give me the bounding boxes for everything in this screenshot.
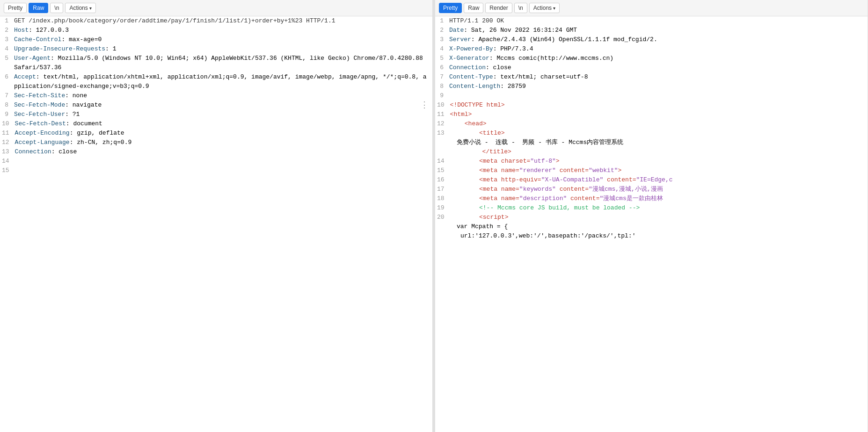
table-row: 11 Accept-Encoding: gzip, deflate xyxy=(0,129,432,138)
table-row: 13 <title> xyxy=(435,129,868,138)
right-pane: Pretty Raw Render \n Actions ▾ 1 HTTP/1.… xyxy=(435,0,868,432)
right-actions-chevron-icon: ▾ xyxy=(553,6,555,11)
table-row: 6 Accept: text/html, application/xhtml+x… xyxy=(0,72,432,91)
table-row: 14 xyxy=(0,157,432,166)
right-actions-label: Actions xyxy=(533,5,552,11)
right-pretty-button[interactable]: Pretty xyxy=(439,3,462,13)
right-actions-button[interactable]: Actions ▾ xyxy=(529,3,560,13)
table-row: 12 <head> xyxy=(435,119,868,129)
left-actions-button[interactable]: Actions ▾ xyxy=(65,3,95,13)
table-row: 5 User-Agent: Mozilla/5.0 (Windows NT 10… xyxy=(0,54,432,72)
table-row: 6 Connection: close xyxy=(435,63,868,72)
table-row: 7 Content-Type: text/html; charset=utf-8 xyxy=(435,72,868,82)
table-row: </title> xyxy=(435,147,868,157)
left-raw-button[interactable]: Raw xyxy=(29,3,48,13)
right-toolbar: Pretty Raw Render \n Actions ▾ xyxy=(435,0,868,16)
table-row: var Mcpath = { xyxy=(435,222,868,231)
table-row: 7 Sec-Fetch-Site: none xyxy=(0,91,432,101)
table-row: 14 <meta charset="utf-8"> xyxy=(435,157,868,166)
table-row: 1 GET /index.php/book/category/order/add… xyxy=(0,16,432,26)
left-actions-chevron-icon: ▾ xyxy=(89,6,92,11)
table-row: 15 <meta name="renderer" content="webkit… xyxy=(435,166,868,175)
right-raw-button[interactable]: Raw xyxy=(464,3,483,13)
right-code-area: 1 HTTP/1.1 200 OK 2 Date: Sat, 26 Nov 20… xyxy=(435,16,868,432)
left-pane: Pretty Raw \n Actions ▾ 1 GET /index.php… xyxy=(0,0,433,432)
left-code-area: 1 GET /index.php/book/category/order/add… xyxy=(0,16,432,432)
table-row: 2 Date: Sat, 26 Nov 2022 16:31:24 GMT xyxy=(435,26,868,35)
table-row: 9 xyxy=(435,91,868,101)
table-row: 4 X-Powered-By: PHP/7.3.4 xyxy=(435,44,868,54)
table-row: url:'127.0.0.3',web:'/',basepath:'/packs… xyxy=(435,231,868,241)
table-row: 2 Host: 127.0.0.3 xyxy=(0,26,432,35)
drag-handle-icon: ⋮ xyxy=(420,101,429,109)
left-pretty-button[interactable]: Pretty xyxy=(4,3,27,13)
table-row: 8 Content-Length: 28759 xyxy=(435,82,868,91)
table-row: 5 X-Generator: Mccms comic(http://www.mc… xyxy=(435,54,868,63)
table-row: 1 HTTP/1.1 200 OK xyxy=(435,16,868,26)
table-row: 15 xyxy=(0,166,432,175)
table-row: 13 Connection: close xyxy=(0,147,432,157)
table-row: 3 Server: Apache/2.4.43 (Win64) OpenSSL/… xyxy=(435,35,868,44)
table-row: 10 <!DOCTYPE html> xyxy=(435,101,868,110)
table-row: 10 Sec-Fetch-Dest: document xyxy=(0,119,432,129)
left-newline-button[interactable]: \n xyxy=(50,3,63,13)
left-toolbar: Pretty Raw \n Actions ▾ xyxy=(0,0,432,16)
table-row: 8 Sec-Fetch-Mode: navigate ⋮ xyxy=(0,101,432,110)
table-row: 3 Cache-Control: max-age=0 xyxy=(0,35,432,44)
table-row: 9 Sec-Fetch-User: ?1 xyxy=(0,110,432,119)
table-row: 19 <!-- Mccms core JS build, must be loa… xyxy=(435,203,868,213)
table-row: 18 <meta name="description" content="漫城c… xyxy=(435,194,868,203)
table-row: 17 <meta name="keywords" content="漫城cms,… xyxy=(435,185,868,194)
table-row: 20 <script> xyxy=(435,213,868,222)
table-row: 16 <meta http-equiv="X-UA-Compatible" co… xyxy=(435,175,868,185)
left-actions-label: Actions xyxy=(69,5,88,11)
table-row: 12 Accept-Language: zh-CN, zh;q=0.9 xyxy=(0,138,432,147)
table-row: 4 Upgrade-Insecure-Requests: 1 xyxy=(0,44,432,54)
table-row: 免费小说 - 连载 - 男频 - 书库 - Mccms内容管理系统 xyxy=(435,138,868,147)
right-newline-button[interactable]: \n xyxy=(514,3,527,13)
table-row: 11 <html> xyxy=(435,110,868,119)
right-render-button[interactable]: Render xyxy=(485,3,512,13)
